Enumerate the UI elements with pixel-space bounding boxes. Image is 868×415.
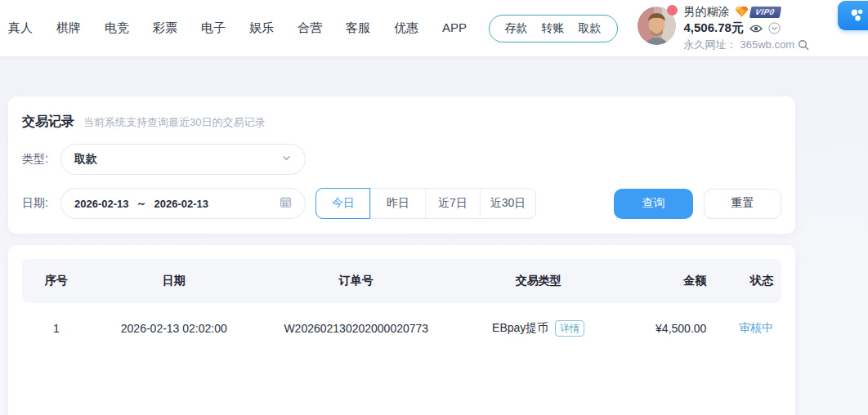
query-range-hint: 当前系统支持查询最近30日的交易记录: [83, 115, 265, 130]
transaction-table-panel: 序号 日期 订单号 交易类型 金额 状态 1 2026-02-13 02:02:…: [8, 245, 795, 415]
nav-item-slots[interactable]: 电子: [199, 17, 227, 39]
col-header-status: 状态: [713, 274, 781, 288]
nav-item-affiliate[interactable]: 合营: [296, 17, 324, 39]
eye-icon[interactable]: [749, 24, 763, 33]
col-header-type: 交易类型: [455, 274, 622, 288]
cell-index: 1: [22, 322, 91, 335]
notification-dot: [667, 5, 678, 16]
user-info: 男的糊涂 VIP0 4,506.78元: [684, 5, 809, 51]
quick-range-group: 今日 昨日 近7日 近30日: [315, 188, 536, 219]
col-header-date: 日期: [91, 274, 257, 288]
avatar-wrap: [638, 7, 676, 45]
page-title: 交易记录: [22, 114, 74, 131]
gem-icon: [735, 6, 749, 18]
permanent-url-label: 永久网址：: [684, 38, 737, 52]
nav-item-entertain[interactable]: 娱乐: [248, 17, 275, 39]
nav-item-service[interactable]: 客服: [344, 17, 372, 39]
query-button[interactable]: 查询: [614, 189, 693, 219]
table-header-row: 序号 日期 订单号 交易类型 金额 状态: [22, 259, 781, 303]
chevron-down-icon: [281, 152, 292, 167]
refresh-balance-icon[interactable]: [768, 22, 781, 34]
range-yesterday-button[interactable]: 昨日: [371, 189, 426, 218]
nav-item-live[interactable]: 真人: [7, 17, 34, 39]
wallet-actions: 存款 转账 取款: [489, 15, 618, 42]
share-cluster-icon: [848, 7, 866, 25]
col-header-amount: 金额: [622, 274, 713, 288]
share-float-button[interactable]: [838, 1, 868, 30]
date-separator: ～: [136, 196, 147, 211]
transaction-type-select[interactable]: 取款: [60, 144, 306, 175]
nav-item-app[interactable]: APP: [441, 17, 468, 39]
transaction-filter-panel: 交易记录 当前系统支持查询最近30日的交易记录 类型: 取款 日期: 2026-…: [8, 96, 795, 234]
type-selected-value: 取款: [74, 152, 97, 167]
range-today-button[interactable]: 今日: [316, 189, 371, 218]
nav-item-chess[interactable]: 棋牌: [55, 17, 83, 39]
range-30days-button[interactable]: 近30日: [481, 189, 535, 218]
search-icon[interactable]: [798, 39, 809, 51]
cell-amount: ¥4,500.00: [622, 322, 713, 335]
type-label: 类型:: [22, 152, 60, 167]
cell-status: 审核中: [713, 321, 781, 336]
col-header-order-no: 订单号: [257, 274, 455, 288]
nav-item-promo[interactable]: 优惠: [392, 17, 420, 39]
user-block: 男的糊涂 VIP0 4,506.78元: [638, 5, 809, 51]
transfer-button[interactable]: 转账: [542, 21, 565, 36]
date-start-value: 2026-02-13: [74, 198, 129, 210]
balance-amount: 4,506.78元: [684, 20, 744, 36]
permanent-url: 365wb.com: [740, 38, 794, 51]
main-nav: 真人 棋牌 电竞 彩票 电子 娱乐 合营 客服 优惠 APP: [7, 17, 468, 39]
withdraw-button[interactable]: 取款: [579, 21, 602, 36]
col-header-index: 序号: [22, 274, 91, 288]
calendar-icon[interactable]: [280, 196, 292, 212]
main-content: 交易记录 当前系统支持查询最近30日的交易记录 类型: 取款 日期: 2026-…: [0, 57, 868, 415]
username: 男的糊涂: [684, 5, 730, 20]
vip-level-label: VIP0: [749, 7, 781, 18]
nav-item-esports[interactable]: 电竞: [103, 17, 131, 39]
table-row: 1 2026-02-13 02:02:00 W20260213020200002…: [22, 303, 781, 354]
cell-order-no: W202602130202000020773: [257, 322, 455, 335]
nav-item-lottery[interactable]: 彩票: [151, 17, 179, 39]
date-range-input[interactable]: 2026-02-13 ～ 2026-02-13: [60, 188, 306, 219]
top-bar: 真人 棋牌 电竞 彩票 电子 娱乐 合营 客服 优惠 APP 存款 转账 取款: [0, 0, 868, 57]
date-label: 日期:: [22, 196, 60, 211]
cell-date: 2026-02-13 02:02:00: [91, 322, 257, 335]
detail-badge-button[interactable]: 详情: [555, 320, 584, 337]
transaction-type-text: EBpay提币: [492, 321, 548, 336]
deposit-button[interactable]: 存款: [505, 21, 528, 36]
range-7days-button[interactable]: 近7日: [426, 189, 481, 218]
vip-badge: VIP0: [735, 6, 781, 18]
cell-type: EBpay提币 详情: [455, 320, 622, 337]
reset-button[interactable]: 重置: [704, 189, 781, 219]
topbar-right: 存款 转账 取款: [489, 5, 868, 51]
date-end-value: 2026-02-13: [154, 198, 209, 210]
